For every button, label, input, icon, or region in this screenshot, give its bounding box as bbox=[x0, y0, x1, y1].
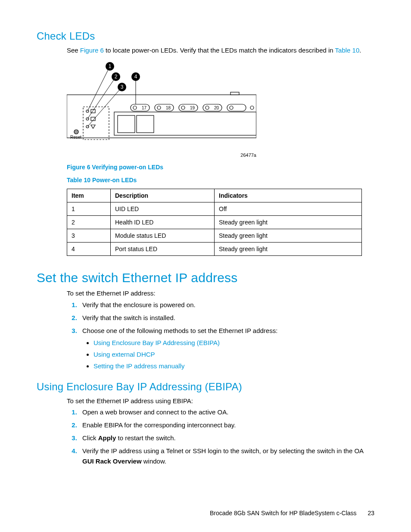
cell-item: 4 bbox=[67, 242, 111, 255]
callout-1: 1 bbox=[109, 63, 112, 69]
bold-apply: Apply bbox=[98, 434, 116, 442]
list-item: Verify that the enclosure is powered on. bbox=[79, 300, 374, 310]
callout-4: 4 bbox=[134, 74, 137, 80]
svg-point-18 bbox=[206, 106, 209, 109]
table-row: 1 UID LED Off bbox=[67, 202, 362, 215]
th-item: Item bbox=[67, 189, 111, 202]
svg-rect-13 bbox=[131, 104, 149, 111]
footer-title: Brocade 8Gb SAN Switch for HP BladeSyste… bbox=[210, 510, 357, 516]
link-figure-6[interactable]: Figure 6 bbox=[80, 47, 104, 54]
heading-check-leds: Check LEDs bbox=[37, 30, 374, 42]
text: Choose one of the following methods to s… bbox=[82, 327, 277, 334]
svg-point-14 bbox=[157, 106, 161, 109]
reset-label: Reset bbox=[70, 135, 81, 140]
cell-ind: Steady green light bbox=[215, 215, 362, 229]
table-row: 2 Health ID LED Steady green light bbox=[67, 215, 362, 229]
ebipa-intro: To set the Ethernet IP address using EBI… bbox=[67, 396, 374, 406]
cell-ind: Steady green light bbox=[215, 242, 362, 255]
svg-point-12 bbox=[133, 106, 137, 109]
port-17-label: 17 bbox=[142, 106, 147, 110]
page-footer: Brocade 8Gb SAN Switch for HP BladeSyste… bbox=[210, 510, 374, 516]
list-item: Enable EBIPA for the corresponding inter… bbox=[79, 420, 374, 430]
list-item: Click Apply to restart the switch. bbox=[79, 433, 374, 443]
table-10-caption: Table 10 Power-on LEDs bbox=[67, 177, 374, 184]
callout-2: 2 bbox=[115, 74, 118, 80]
cell-item: 1 bbox=[67, 202, 111, 215]
svg-point-16 bbox=[181, 106, 185, 109]
svg-line-23 bbox=[87, 66, 110, 111]
list-item: Open a web browser and connect to the ac… bbox=[79, 407, 374, 417]
svg-rect-17 bbox=[179, 104, 198, 111]
svg-point-8 bbox=[74, 130, 78, 134]
cell-desc: Health ID LED bbox=[111, 215, 215, 229]
text: . bbox=[359, 47, 361, 54]
text: to locate power-on LEDs. Verify that the… bbox=[104, 47, 335, 54]
th-indicators: Indicators bbox=[215, 189, 362, 202]
set-ip-steps: Verify that the enclosure is powered on.… bbox=[67, 300, 374, 371]
svg-rect-9 bbox=[114, 112, 256, 135]
link-external-dhcp[interactable]: Using external DHCP bbox=[93, 351, 155, 358]
method-links: Using Enclosure Bay IP Addressing (EBIPA… bbox=[84, 338, 374, 371]
port-20-label: 20 bbox=[214, 106, 219, 110]
text: Verify the IP address using a Telnet or … bbox=[82, 447, 363, 454]
svg-point-20 bbox=[230, 106, 233, 109]
heading-set-ip: Set the switch Ethernet IP address bbox=[37, 271, 374, 285]
figure-6-caption: Figure 6 Verifying power-on LEDs bbox=[67, 164, 374, 171]
cell-item: 2 bbox=[67, 215, 111, 229]
check-leds-intro: See Figure 6 to locate power-on LEDs. Ve… bbox=[67, 46, 374, 55]
cell-desc: UID LED bbox=[111, 202, 215, 215]
link-table-10[interactable]: Table 10 bbox=[335, 47, 360, 54]
svg-rect-4 bbox=[91, 109, 95, 113]
svg-point-22 bbox=[250, 106, 254, 109]
diagram-id: 26477a bbox=[67, 152, 256, 158]
cell-ind: Off bbox=[215, 202, 362, 215]
svg-rect-10 bbox=[118, 115, 135, 133]
svg-rect-19 bbox=[203, 104, 222, 111]
callout-3: 3 bbox=[121, 84, 124, 90]
ebipa-steps: Open a web browser and connect to the ac… bbox=[67, 407, 374, 467]
set-ip-intro: To set the Ethernet IP address: bbox=[67, 289, 374, 298]
svg-rect-15 bbox=[155, 104, 174, 111]
table-row: 4 Port status LED Steady green light bbox=[67, 242, 362, 255]
bold-gui-rack: GUI Rack Overview bbox=[82, 457, 142, 465]
list-item: Verify that the switch is installed. bbox=[79, 313, 374, 323]
svg-rect-11 bbox=[137, 115, 154, 133]
page-number: 23 bbox=[367, 510, 374, 516]
link-manual-ip[interactable]: Setting the IP address manually bbox=[93, 362, 185, 370]
cell-ind: Steady green light bbox=[215, 229, 362, 242]
text: to restart the switch. bbox=[116, 434, 175, 442]
svg-rect-0 bbox=[67, 95, 256, 138]
cell-desc: Module status LED bbox=[111, 229, 215, 242]
svg-rect-2 bbox=[83, 107, 109, 140]
text: Click bbox=[82, 434, 98, 442]
link-ebipa[interactable]: Using Enclosure Bay IP Addressing (EBIPA… bbox=[93, 339, 220, 346]
th-description: Description bbox=[111, 189, 215, 202]
list-item: Choose one of the following methods to s… bbox=[79, 326, 374, 371]
table-power-on-leds: Item Description Indicators 1 UID LED Of… bbox=[67, 189, 362, 256]
port-19-label: 19 bbox=[190, 106, 195, 110]
list-item: Verify the IP address using a Telnet or … bbox=[79, 446, 374, 467]
heading-ebipa: Using Enclosure Bay IP Addressing (EBIPA… bbox=[37, 381, 374, 393]
text: window. bbox=[142, 457, 167, 465]
text: See bbox=[67, 47, 80, 54]
cell-item: 3 bbox=[67, 229, 111, 242]
cell-desc: Port status LED bbox=[111, 242, 215, 255]
table-header-row: Item Description Indicators bbox=[67, 189, 362, 202]
diagram-power-on-leds: 17 18 19 20 Reset 1 2 3 4 26477a bbox=[67, 60, 256, 158]
svg-rect-1 bbox=[230, 92, 239, 95]
port-18-label: 18 bbox=[166, 106, 171, 110]
table-row: 3 Module status LED Steady green light bbox=[67, 229, 362, 242]
